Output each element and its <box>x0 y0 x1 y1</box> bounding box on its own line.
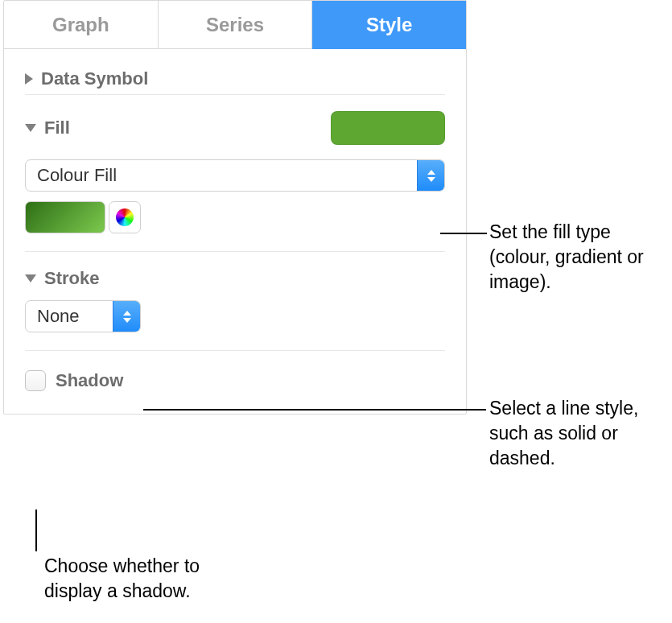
fill-color-well[interactable] <box>331 111 445 145</box>
fill-gradient-row <box>25 201 445 233</box>
section-title-fill: Fill <box>44 118 70 138</box>
inspector-content: Data Symbol Fill Colour Fill <box>4 49 466 414</box>
section-title-stroke: Stroke <box>44 268 99 289</box>
tab-graph[interactable]: Graph <box>4 1 159 49</box>
tab-bar: Graph Series Style <box>4 1 466 49</box>
callout-stroke: Select a line style, such as solid or da… <box>489 396 670 471</box>
section-stroke: Stroke None <box>4 252 466 350</box>
chevron-down-icon <box>25 274 36 283</box>
popup-stepper-icon <box>113 301 140 332</box>
callout-leader-line <box>35 510 37 551</box>
caret-down-icon <box>123 318 131 323</box>
fill-type-popup-label: Colour Fill <box>26 160 417 191</box>
chevron-down-icon <box>25 124 36 132</box>
section-header-fill[interactable]: Fill <box>25 111 445 145</box>
stroke-style-popup[interactable]: None <box>25 300 141 332</box>
fill-type-popup[interactable]: Colour Fill <box>25 159 445 192</box>
shadow-row: Shadow <box>25 370 445 391</box>
caret-down-icon <box>427 177 435 182</box>
section-fill: Fill Colour Fill <box>4 95 466 251</box>
callout-fill: Set the fill type (colour, gradient or i… <box>489 220 668 295</box>
section-title-data-symbol: Data Symbol <box>41 68 148 89</box>
color-picker-button[interactable] <box>109 201 141 233</box>
shadow-checkbox[interactable] <box>25 370 46 391</box>
stroke-style-popup-label: None <box>26 301 113 332</box>
section-header-stroke[interactable]: Stroke <box>25 268 445 289</box>
fill-gradient-swatch[interactable] <box>25 201 105 233</box>
chevron-right-icon <box>25 73 33 85</box>
callout-leader-line <box>143 409 486 411</box>
color-wheel-icon <box>116 208 134 226</box>
tab-style[interactable]: Style <box>312 1 466 49</box>
tab-graph-label: Graph <box>52 14 109 36</box>
caret-up-icon <box>427 170 435 175</box>
tab-style-label: Style <box>366 14 412 36</box>
callout-shadow: Choose whether to display a shadow. <box>44 554 254 604</box>
tab-series[interactable]: Series <box>159 1 313 49</box>
section-title-shadow: Shadow <box>56 370 123 391</box>
popup-stepper-icon <box>417 160 444 191</box>
section-header-data-symbol[interactable]: Data Symbol <box>25 68 445 89</box>
section-data-symbol: Data Symbol <box>4 49 466 94</box>
callout-leader-line <box>440 233 487 234</box>
tab-series-label: Series <box>206 14 264 36</box>
inspector-panel: Graph Series Style Data Symbol Fill Colo… <box>3 0 467 415</box>
section-shadow: Shadow <box>4 351 466 399</box>
caret-up-icon <box>123 311 131 316</box>
